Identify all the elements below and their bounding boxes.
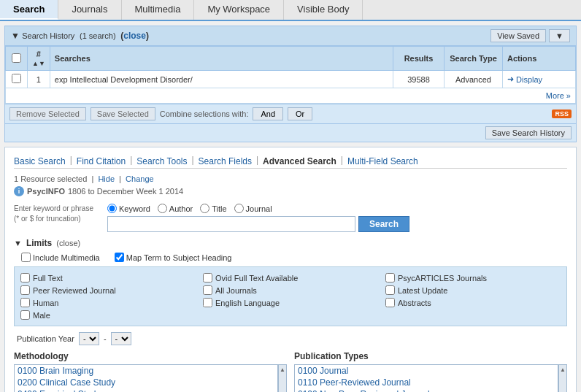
radio-title[interactable] bbox=[200, 204, 209, 213]
cb-english[interactable] bbox=[203, 298, 212, 307]
save-search-history-button[interactable]: Save Search History bbox=[485, 126, 572, 139]
row-actions: ➜ Display bbox=[503, 71, 576, 88]
sh-count: (1 search) bbox=[80, 31, 116, 40]
limit-all-journals[interactable]: All Journals bbox=[203, 285, 378, 295]
cb-male[interactable] bbox=[20, 310, 30, 320]
limits-section: ▼ Limits (close) Include Multimedia Map … bbox=[14, 238, 567, 392]
label-line2: (* or $ for truncation) bbox=[14, 214, 101, 224]
radio-journal[interactable] bbox=[234, 204, 244, 213]
pub-year-from[interactable]: - bbox=[79, 332, 99, 345]
limit-psycarticles[interactable]: PsycARTICLES Journals bbox=[385, 273, 561, 283]
search-input-row: Search bbox=[107, 216, 409, 232]
radio-keyword[interactable] bbox=[107, 204, 117, 213]
limit-english[interactable]: English Language bbox=[203, 298, 378, 307]
pub-types-list[interactable]: 0100 Journal 0110 Peer-Reviewed Journal … bbox=[294, 364, 558, 392]
tab-search-fields[interactable]: Search Fields bbox=[199, 155, 252, 168]
sh-title-text: Search History bbox=[22, 31, 74, 40]
limits-header: ▼ Limits (close) bbox=[14, 238, 567, 248]
sort-arrows: ▲▼ bbox=[32, 60, 45, 67]
radio-journal-label[interactable]: Journal bbox=[234, 204, 272, 213]
sh-close-link[interactable]: close bbox=[123, 31, 146, 41]
limits-title: Limits bbox=[26, 238, 52, 248]
map-term-label[interactable]: Map Term to Subject Heading bbox=[115, 253, 232, 262]
limit-abstracts[interactable]: Abstracts bbox=[385, 298, 561, 307]
lower-section: Methodology 0100 Brain Imaging 0200 Clin… bbox=[14, 351, 567, 392]
methodology-section: Methodology 0100 Brain Imaging 0200 Clin… bbox=[14, 351, 287, 392]
nav-visible-body[interactable]: Visible Body bbox=[284, 0, 363, 20]
radio-journal-text: Journal bbox=[246, 204, 272, 213]
list-item[interactable]: 0110 Peer-Reviewed Journal bbox=[295, 377, 558, 388]
radio-keyword-label[interactable]: Keyword bbox=[107, 204, 150, 213]
nav-my-workspace[interactable]: My Workspace bbox=[194, 0, 284, 20]
hide-link[interactable]: Hide bbox=[98, 174, 115, 183]
pub-types-section: Publication Types 0100 Journal 0110 Peer… bbox=[294, 351, 567, 392]
change-link[interactable]: Change bbox=[126, 174, 154, 183]
limit-ovid-full-text[interactable]: Ovid Full Text Available bbox=[203, 273, 378, 283]
scroll-up-arrow[interactable]: ▲ bbox=[558, 365, 567, 374]
select-all-checkbox[interactable] bbox=[12, 53, 21, 63]
map-term-checkbox[interactable] bbox=[115, 253, 124, 262]
search-button[interactable]: Search bbox=[358, 216, 409, 232]
list-item[interactable]: 0120 Non-Peer-Reviewed Journal bbox=[295, 388, 558, 392]
pub-types-scrollbar[interactable]: ▲ ▼ bbox=[558, 364, 567, 392]
display-icon: ➜ bbox=[507, 74, 514, 84]
limit-latest-update[interactable]: Latest Update bbox=[385, 285, 561, 295]
search-tabs: Basic Search | Find Citation | Search To… bbox=[14, 155, 567, 169]
col-searches: Searches bbox=[50, 47, 393, 71]
include-multimedia-label[interactable]: Include Multimedia bbox=[21, 253, 100, 262]
tab-search-tools[interactable]: Search Tools bbox=[136, 155, 187, 168]
scroll-up-arrow[interactable]: ▲ bbox=[278, 365, 287, 374]
sh-extra-button[interactable]: ▼ bbox=[549, 29, 570, 42]
list-item[interactable]: 0100 Journal bbox=[295, 365, 558, 377]
limits-close[interactable]: (close) bbox=[56, 239, 80, 247]
tab-find-citation[interactable]: Find Citation bbox=[77, 155, 126, 168]
limit-male[interactable]: Male bbox=[20, 310, 196, 320]
cb-english-label: English Language bbox=[215, 299, 280, 307]
and-button[interactable]: And bbox=[253, 107, 283, 120]
save-selected-button[interactable]: Save Selected bbox=[91, 107, 155, 120]
nav-multimedia[interactable]: Multimedia bbox=[122, 0, 195, 20]
cb-ovid-full-text[interactable] bbox=[203, 273, 212, 283]
info-icon: i bbox=[14, 186, 24, 196]
tab-advanced-search[interactable]: Advanced Search bbox=[263, 155, 336, 168]
col-checkbox bbox=[6, 47, 28, 71]
list-item[interactable]: 0100 Brain Imaging bbox=[15, 365, 277, 377]
methodology-list[interactable]: 0100 Brain Imaging 0200 Clinical Case St… bbox=[14, 364, 278, 392]
radio-author-label[interactable]: Author bbox=[158, 204, 193, 213]
search-input[interactable] bbox=[107, 216, 355, 232]
list-item[interactable]: 0200 Clinical Case Study bbox=[15, 377, 277, 388]
limit-peer-reviewed[interactable]: Peer Reviewed Journal bbox=[20, 285, 196, 295]
cb-ovid-label: Ovid Full Text Available bbox=[215, 274, 298, 283]
cb-all-journals[interactable] bbox=[203, 285, 212, 295]
tab-multi-field-search[interactable]: Multi-Field Search bbox=[347, 155, 418, 168]
radio-title-label[interactable]: Title bbox=[200, 204, 226, 213]
col-search-type: Search Type bbox=[445, 47, 503, 71]
cb-psycarticles[interactable] bbox=[385, 273, 395, 283]
more-link[interactable]: More » bbox=[546, 91, 571, 100]
limit-human[interactable]: Human bbox=[20, 298, 196, 307]
cb-peer-reviewed-label: Peer Reviewed Journal bbox=[33, 286, 116, 295]
cb-human[interactable] bbox=[20, 298, 30, 307]
nav-journals[interactable]: Journals bbox=[58, 0, 121, 20]
view-saved-button[interactable]: View Saved bbox=[490, 29, 546, 42]
or-button[interactable]: Or bbox=[288, 107, 312, 120]
cb-full-text[interactable] bbox=[20, 273, 30, 283]
pub-year-to[interactable]: - bbox=[111, 332, 131, 345]
cb-latest-update[interactable] bbox=[385, 285, 395, 295]
row-checkbox[interactable] bbox=[12, 74, 21, 83]
list-item[interactable]: 0400 Empirical Study bbox=[15, 388, 277, 392]
display-action[interactable]: ➜ Display bbox=[507, 74, 571, 84]
radio-author[interactable] bbox=[158, 204, 167, 213]
cb-psycarticles-label: PsycARTICLES Journals bbox=[398, 274, 487, 283]
nav-search[interactable]: Search bbox=[0, 0, 58, 20]
tab-basic-search[interactable]: Basic Search bbox=[14, 155, 66, 168]
cb-abstracts-label: Abstracts bbox=[398, 299, 431, 307]
cb-abstracts[interactable] bbox=[385, 298, 395, 307]
cb-peer-reviewed[interactable] bbox=[20, 285, 30, 295]
methodology-scrollbar[interactable]: ▲ ▼ bbox=[278, 364, 287, 392]
more-row: More » bbox=[6, 88, 576, 104]
limit-full-text[interactable]: Full Text bbox=[20, 273, 196, 283]
include-multimedia-checkbox[interactable] bbox=[21, 253, 31, 262]
col-number: # ▲▼ bbox=[28, 47, 50, 71]
remove-selected-button[interactable]: Remove Selected bbox=[9, 107, 86, 120]
